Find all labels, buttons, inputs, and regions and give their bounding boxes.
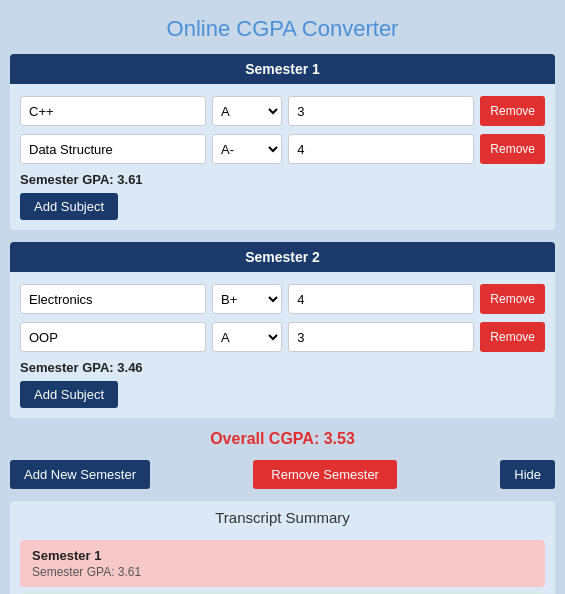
semester-2-subject-0-remove-button[interactable]: Remove	[480, 284, 545, 314]
semester-1-block: Semester 1 A+ A A- B+ B B- C+ C C- D F R…	[10, 54, 555, 230]
semester-1-subject-0-credits[interactable]	[288, 96, 474, 126]
hide-button[interactable]: Hide	[500, 460, 555, 489]
semester-1-subject-1-name[interactable]	[20, 134, 206, 164]
semester-2-subject-0-name[interactable]	[20, 284, 206, 314]
semester-1-subject-row-0: A+ A A- B+ B B- C+ C C- D F Remove	[10, 92, 555, 130]
semester-2-subject-1-credits[interactable]	[288, 322, 474, 352]
semester-2-subject-0-credits[interactable]	[288, 284, 474, 314]
semester-1-subject-1-credits[interactable]	[288, 134, 474, 164]
semester-2-subject-0-grade[interactable]: A+ A A- B+ B B- C+ C C- D F	[212, 284, 282, 314]
semester-2-gpa: Semester GPA: 3.46	[10, 356, 555, 381]
overall-cgpa: Overall CGPA: 3.53	[10, 430, 555, 448]
semester-1-subject-0-grade[interactable]: A+ A A- B+ B B- C+ C C- D F	[212, 96, 282, 126]
semester-1-subject-1-grade[interactable]: A+ A A- B+ B B- C+ C C- D F	[212, 134, 282, 164]
page-title: Online CGPA Converter	[10, 16, 555, 42]
transcript-semester-1-gpa: Semester GPA: 3.61	[32, 565, 533, 579]
semester-1-subject-1-remove-button[interactable]: Remove	[480, 134, 545, 164]
bottom-controls: Add New Semester Remove Semester Hide	[10, 460, 555, 489]
semester-2-subject-1-grade[interactable]: A+ A A- B+ B B- C+ C C- D F	[212, 322, 282, 352]
remove-semester-button[interactable]: Remove Semester	[253, 460, 397, 489]
semester-2-subject-1-remove-button[interactable]: Remove	[480, 322, 545, 352]
semester-2-block: Semester 2 A+ A A- B+ B B- C+ C C- D F R…	[10, 242, 555, 418]
semester-1-gpa: Semester GPA: 3.61	[10, 168, 555, 193]
semester-1-subject-0-remove-button[interactable]: Remove	[480, 96, 545, 126]
semester-1-subject-0-name[interactable]	[20, 96, 206, 126]
main-container: Online CGPA Converter Semester 1 A+ A A-…	[10, 10, 555, 594]
add-semester-button[interactable]: Add New Semester	[10, 460, 150, 489]
semester-2-subject-row-0: A+ A A- B+ B B- C+ C C- D F Remove	[10, 280, 555, 318]
semester-2-add-subject-button[interactable]: Add Subject	[20, 381, 118, 408]
semester-1-header: Semester 1	[10, 54, 555, 84]
semester-1-subject-row-1: A+ A A- B+ B B- C+ C C- D F Remove	[10, 130, 555, 168]
transcript-block: Transcript Summary Semester 1 Semester G…	[10, 501, 555, 594]
transcript-semester-1-label: Semester 1	[32, 548, 533, 563]
semester-2-header: Semester 2	[10, 242, 555, 272]
transcript-header: Transcript Summary	[10, 501, 555, 534]
transcript-semester-1: Semester 1 Semester GPA: 3.61	[20, 540, 545, 587]
semester-2-subject-1-name[interactable]	[20, 322, 206, 352]
semester-1-add-subject-button[interactable]: Add Subject	[20, 193, 118, 220]
semester-2-subject-row-1: A+ A A- B+ B B- C+ C C- D F Remove	[10, 318, 555, 356]
